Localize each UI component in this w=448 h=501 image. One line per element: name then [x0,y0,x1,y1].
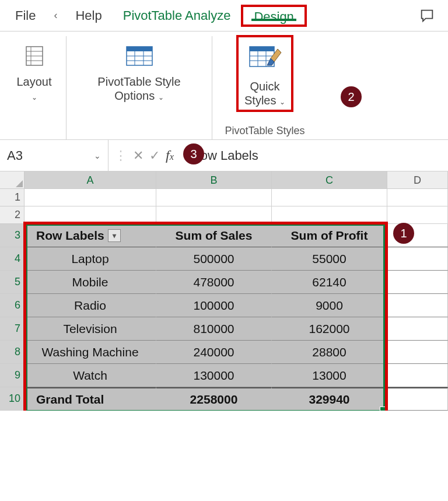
tab-design-wrap: Design [241,0,306,31]
row-header-5[interactable]: 5 [0,271,24,294]
quick-styles-highlight: QuickStyles ⌄ [236,35,293,112]
column-headers: A B C D [0,171,448,189]
pivot-header-rowlabels[interactable]: Row Labels [24,224,156,247]
pivot-header-profit[interactable]: Sum of Profit [272,224,387,247]
row-header-4[interactable]: 4 [0,247,24,271]
comment-icon [419,8,435,24]
ribbon-tabbar: File ‹ Help PivotTable Analyze Design [0,0,448,31]
quick-styles-icon[interactable] [244,41,285,77]
pivot-row: Radio 100000 9000 [24,294,448,317]
row-header-10[interactable]: 10 [0,387,24,411]
ribbon-group-title: PivotTable Styles [225,125,304,137]
row-header-9[interactable]: 9 [0,364,24,387]
row-header-2[interactable]: 2 [0,206,24,224]
row-headers: 1 2 3 4 5 6 7 8 9 10 [0,189,24,411]
row-header-7[interactable]: 7 [0,317,24,341]
rowlabels-filter-button[interactable] [108,229,121,242]
pivot-row: Laptop 500000 55000 [24,247,448,271]
col-header-A[interactable]: A [24,171,156,188]
row-header-3[interactable]: 3 [0,224,24,247]
pivot-row: Mobile 478000 62140 [24,271,448,294]
tab-design[interactable]: Design [241,5,306,27]
layout-icon[interactable] [22,36,47,72]
pivottable-style-options-label[interactable]: PivotTable StyleOptions ⌄ [97,75,180,103]
cancel-formula-button[interactable]: ✕ [133,148,144,163]
formula-bar-buttons: ⋮ ✕ ✓ fx [108,148,180,163]
layout-label[interactable]: Layout⌄ [16,75,51,103]
select-all-corner[interactable] [0,171,24,188]
comments-button[interactable] [411,0,443,31]
pivot-row: Television 810000 162000 [24,317,448,341]
ribbon-group-pivottable-styles: QuickStyles ⌄ PivotTable Styles [212,36,317,139]
pivot-header-sales[interactable]: Sum of Sales [156,224,272,247]
row-header-6[interactable]: 6 [0,294,24,317]
row-header-8[interactable]: 8 [0,341,24,364]
tab-pivottable-analyze[interactable]: PivotTable Analyze [113,0,242,31]
pivot-header-row: Row Labels Sum of Sales Sum of Profit [24,224,448,247]
quick-styles-label[interactable]: QuickStyles ⌄ [244,79,285,107]
formula-bar: A3 ⌄ ⋮ ✕ ✓ fx Row Labels [0,140,448,171]
col-header-B[interactable]: B [156,171,272,188]
ribbon-group-style-options: PivotTable StyleOptions ⌄ [66,36,212,139]
fx-icon[interactable]: fx [166,148,174,163]
accept-formula-button[interactable]: ✓ [149,148,160,163]
annotation-badge-3: 3 [183,143,204,164]
ribbon: Layout⌄ PivotTable StyleOptions ⌄ [0,31,448,140]
tab-scroll-left[interactable]: ‹ [46,0,65,31]
annotation-badge-2: 2 [341,86,362,107]
pivot-row: Watch 130000 13000 [24,364,448,387]
row-header-1[interactable]: 1 [0,189,24,206]
svg-rect-6 [127,47,152,51]
pivot-total-row: Grand Total 2258000 329940 [24,387,448,411]
pivottable-style-options-icon[interactable] [123,36,156,72]
worksheet: A B C D 1 2 3 4 5 6 7 8 9 10 Row Labels [0,171,448,411]
pivot-row: Washing Machine 240000 28800 [24,341,448,364]
ribbon-group-layout: Layout⌄ [2,36,66,139]
col-header-C[interactable]: C [272,171,387,188]
col-header-D[interactable]: D [387,171,448,188]
annotation-badge-1: 1 [393,223,414,244]
tab-help[interactable]: Help [65,0,112,31]
svg-rect-12 [250,47,274,51]
chevron-down-icon[interactable]: ⌄ [94,151,101,160]
cells-area[interactable]: Row Labels Sum of Sales Sum of Profit La… [24,189,448,411]
tab-file[interactable]: File [5,0,46,31]
name-box-value: A3 [7,148,23,163]
name-box[interactable]: A3 ⌄ [0,140,108,171]
